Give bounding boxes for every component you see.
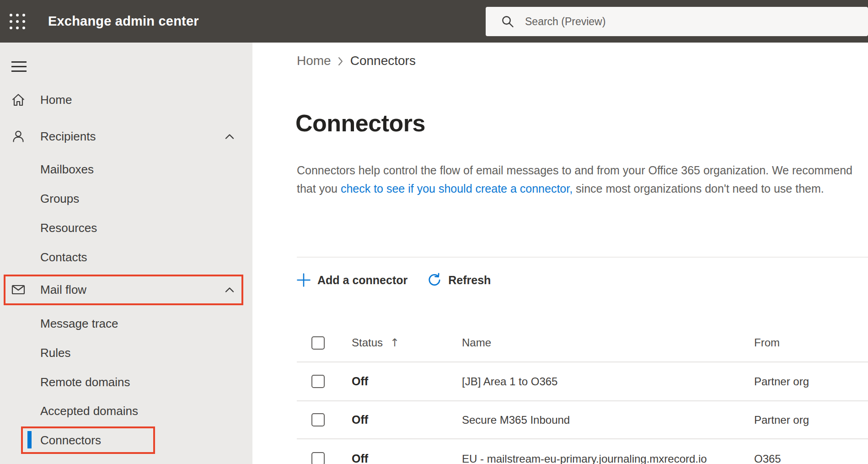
sidebar-item-connectors[interactable]: Connectors [0, 426, 252, 455]
name-cell[interactable]: Secure M365 Inbound [462, 401, 570, 438]
app-launcher-icon[interactable] [10, 14, 25, 29]
status-cell: Off [352, 401, 368, 438]
connectors-table: Status ↑ Name From Off [JB] Area 1 to O3… [297, 324, 868, 464]
table-row: Off [JB] Area 1 to O365 Partner org [297, 362, 868, 401]
chevron-up-icon [224, 286, 235, 294]
from-cell: O365 [754, 439, 781, 464]
sidebar-item-recipients[interactable]: Recipients [0, 122, 252, 151]
search-box[interactable] [486, 7, 868, 36]
page-title: Connectors [295, 109, 425, 137]
exchange-admin-center: Exchange admin center Home [0, 0, 868, 464]
plus-icon [296, 272, 311, 288]
row-checkbox[interactable] [311, 375, 325, 388]
app-title: Exchange admin center [48, 0, 199, 43]
from-cell: Partner org [754, 401, 809, 438]
main-content: Home Connectors Connectors Connectors he… [252, 43, 868, 464]
sidebar-nav: Home Recipients Mailboxes Groups Resourc… [0, 43, 252, 464]
column-header-name[interactable]: Name [462, 324, 491, 361]
breadcrumb: Home Connectors [297, 51, 416, 71]
description-text-after: since most organizations don't need to u… [573, 182, 824, 195]
refresh-button[interactable]: Refresh [427, 272, 491, 288]
sidebar-item-mail-flow[interactable]: Mail flow [0, 275, 252, 304]
sidebar-item-groups[interactable]: Groups [0, 184, 252, 213]
app-header: Exchange admin center [0, 0, 868, 43]
table-row: Off Secure M365 Inbound Partner org [297, 401, 868, 439]
sidebar-item-rules[interactable]: Rules [0, 338, 252, 367]
select-all-checkbox[interactable] [311, 336, 325, 350]
name-cell[interactable]: EU - mailstream-eu-primary.journaling.mx… [462, 439, 707, 464]
breadcrumb-home-link[interactable]: Home [297, 54, 331, 68]
chevron-up-icon [224, 132, 235, 140]
column-header-from[interactable]: From [754, 324, 780, 361]
refresh-icon [427, 272, 442, 288]
search-icon [501, 15, 514, 28]
sidebar-item-message-trace[interactable]: Message trace [0, 309, 252, 338]
create-connector-check-link[interactable]: check to see if you should create a conn… [341, 182, 573, 195]
status-cell: Off [352, 439, 368, 464]
sidebar-item-remote-domains[interactable]: Remote domains [0, 367, 252, 397]
toolbar-divider [297, 257, 868, 258]
mail-icon [11, 282, 26, 297]
table-header-row: Status ↑ Name From [297, 324, 868, 362]
status-cell: Off [352, 362, 368, 400]
name-cell[interactable]: [JB] Area 1 to O365 [462, 362, 557, 400]
from-cell: Partner org [754, 362, 809, 400]
sidebar-item-accepted-domains[interactable]: Accepted domains [0, 396, 252, 426]
toolbar: Add a connector Refresh [296, 269, 491, 291]
row-checkbox[interactable] [311, 413, 325, 426]
sidebar-item-mailboxes[interactable]: Mailboxes [0, 155, 252, 184]
breadcrumb-chevron-icon [338, 57, 343, 66]
selected-item-indicator [27, 431, 32, 448]
sidebar-item-resources[interactable]: Resources [0, 213, 252, 243]
person-icon [11, 129, 26, 144]
search-input[interactable] [525, 7, 845, 36]
home-icon [11, 92, 26, 108]
page-description: Connectors help control the flow of emai… [297, 161, 868, 198]
sidebar-item-contacts[interactable]: Contacts [0, 243, 252, 272]
column-header-status[interactable]: Status ↑ [352, 324, 399, 361]
breadcrumb-current: Connectors [350, 54, 416, 68]
add-connector-button[interactable]: Add a connector [296, 272, 407, 288]
sort-ascending-icon: ↑ [390, 336, 399, 349]
hamburger-menu-button[interactable] [11, 61, 27, 72]
table-row: Off EU - mailstream-eu-primary.journalin… [297, 439, 868, 464]
sidebar-item-home[interactable]: Home [0, 85, 252, 114]
row-checkbox[interactable] [311, 452, 325, 464]
